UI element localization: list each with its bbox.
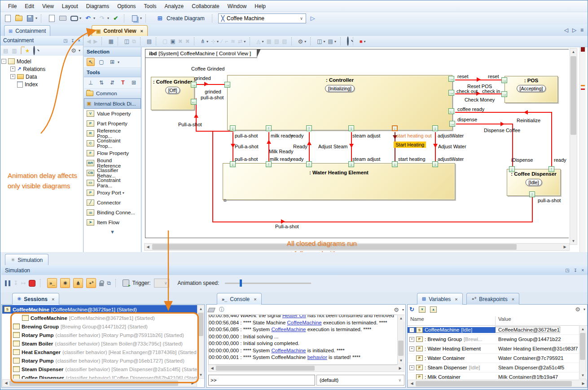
scroll-right-icon[interactable]: ▶ (580, 380, 587, 387)
scroll-up-icon[interactable]: ▲ (197, 306, 204, 312)
animation-toggle-button[interactable]: ✳ (60, 278, 70, 288)
diagram-port[interactable] (224, 82, 230, 88)
menu-item[interactable]: File (4, 2, 21, 10)
tree-item[interactable]: + Data (10, 73, 82, 80)
variable-row[interactable]: P: Water Container Water Container@7c795… (408, 354, 579, 363)
gear-dropdown[interactable]: ▾ (584, 307, 585, 311)
tab-control-view[interactable]: ▣Control View× (92, 25, 148, 36)
scrollbar-thumb[interactable] (198, 313, 203, 336)
info-icon[interactable]: ⓘ (219, 306, 224, 314)
gear-dropdown[interactable]: ▾ (79, 49, 80, 53)
session-row[interactable]: Heat Exchanger(classifier behavior) [Hea… (11, 348, 197, 356)
session-row[interactable]: Brewing Group [Brewing Group@14471b22] (… (11, 322, 197, 331)
delete-view-icon[interactable]: ✖ (185, 38, 190, 44)
variable-row[interactable]: +P: Brewing Group[Brewi... Brewing Group… (408, 335, 579, 344)
copy-icon[interactable]: ▢ (162, 38, 167, 44)
block-controller[interactable]: : Controller [Initializing] (227, 75, 452, 130)
close-icon[interactable]: × (254, 297, 256, 302)
diagram-port[interactable] (392, 125, 398, 131)
scroll-left-icon[interactable]: ◀ (209, 365, 215, 372)
common-group[interactable]: Common (84, 89, 141, 98)
step-into-button[interactable]: ↧ (13, 280, 18, 286)
session-row[interactable]: Steam Boiler(classifier behavior) [Steam… (11, 339, 197, 348)
session-row[interactable]: Steam Dispenser(classifier behavior) [St… (11, 365, 197, 373)
scroll-up-icon[interactable]: ▲ (579, 326, 586, 332)
sticky-tool-icon[interactable]: ⊥ (87, 79, 95, 87)
options-list-icon[interactable]: ▤ (328, 38, 333, 44)
vertical-spread-icon[interactable]: ⇅ (97, 79, 105, 87)
save-icon[interactable] (26, 14, 35, 23)
diagram-port[interactable] (501, 91, 507, 97)
session-row[interactable]: Rotary Pump(classifier behavior) [Rotary… (11, 356, 197, 365)
scroll-right-icon[interactable]: ▶ (562, 244, 568, 250)
print-icon[interactable] (47, 14, 56, 23)
close-icon[interactable]: × (52, 297, 54, 302)
diagram-port[interactable] (348, 125, 354, 131)
breakpoints-toggle-button[interactable]: ∘° (86, 278, 96, 288)
palette-item[interactable]: ⚌ Binding Conne... (84, 208, 141, 217)
diagram-port[interactable] (266, 161, 272, 167)
session-row[interactable]: CoffeeMachine [CoffeeMachine@3672fae1] (… (20, 314, 197, 322)
diagram-port[interactable] (448, 108, 454, 114)
collapse-tree-icon[interactable]: ▤ (3, 48, 8, 54)
layout-icon[interactable]: ⋔ (201, 38, 205, 44)
palette-item[interactable]: ➤ Item Flow (84, 217, 141, 227)
close-icon[interactable]: × (512, 297, 514, 302)
swap-icon[interactable]: ⇄ (238, 38, 242, 44)
pause-button[interactable] (5, 280, 10, 286)
record-icon[interactable]: ■ (360, 39, 363, 44)
sessions-list[interactable]: S CoffeeMachine [CoffeeMachine@3672fae1]… (2, 305, 197, 379)
diagram-port[interactable] (348, 161, 354, 167)
scroll-right-icon[interactable]: ▶ (397, 365, 404, 372)
scroll-down-icon[interactable]: ▼ (570, 238, 577, 244)
console-link[interactable]: Heater Off (282, 315, 306, 318)
image-icon[interactable]: ▩ (266, 38, 271, 44)
favorites-icon[interactable]: ★ (25, 48, 30, 54)
shape-icon[interactable]: ◬ (256, 38, 260, 44)
diagram-port[interactable] (449, 121, 455, 127)
redo-icon[interactable]: ↷ (97, 14, 106, 23)
palette-item[interactable]: F Flow Property (84, 148, 141, 158)
tree-item[interactable]: + ↗ Relations (10, 65, 82, 73)
print-preview-icon[interactable] (58, 14, 67, 23)
tab-simulation[interactable]: ✳Simulation (5, 254, 48, 266)
terminate-button[interactable] (29, 280, 35, 287)
console-log[interactable]: 00:00:55,440 WARN: the signal Heater Off… (208, 315, 398, 365)
delete-icon[interactable]: ✖ (178, 38, 183, 44)
palette-item[interactable]: BR Bound Reference (84, 158, 141, 168)
diagram-port[interactable] (501, 77, 507, 83)
tab-console[interactable]: »_Console× (217, 293, 262, 305)
tab-containment[interactable]: ⊞Containment (4, 25, 50, 36)
tree-item[interactable]: - Model (1, 58, 82, 65)
variable-row[interactable]: +P: Water Heating Element Water Heating … (408, 344, 579, 354)
scroll-left-icon[interactable]: ◀ (3, 380, 9, 386)
scroll-right-icon[interactable]: ▶ (189, 380, 196, 386)
console-profile-combobox[interactable]: (default)∨ (316, 375, 404, 386)
session-row[interactable]: S CoffeeMachine [CoffeeMachine@3672fae1]… (2, 305, 197, 314)
oblique-line-icon[interactable]: ≋ (231, 38, 235, 44)
menu-item[interactable]: Tools (140, 2, 161, 10)
validate-icon[interactable]: ▤ (147, 38, 152, 44)
palette-item[interactable]: CB Classifier Behav... (84, 168, 141, 178)
menu-item[interactable]: Analyze (161, 2, 188, 10)
tab-scroll-right-icon[interactable]: ▷ (572, 27, 576, 33)
float-icon[interactable]: ◳ (565, 268, 569, 273)
run-icon[interactable]: ▷ (308, 14, 317, 23)
expand-all-icon[interactable]: ▾ (419, 306, 426, 313)
layer-icon[interactable]: ▧ (274, 38, 279, 44)
variable-row[interactable]: -SCoffeeMachine[Idle] CoffeeMachine@3672… (408, 325, 579, 335)
diagram-port[interactable] (266, 125, 272, 131)
tab-list-icon[interactable]: ≡ (580, 27, 584, 33)
scope-combobox[interactable]: ╳Coffee Machine∨ (218, 13, 306, 23)
internal-block-group[interactable]: ▣Internal Block Di... (84, 98, 141, 109)
console-input[interactable] (208, 375, 315, 386)
menu-item[interactable]: Layout (58, 2, 82, 10)
palette-more-icon[interactable]: ▼ (84, 229, 141, 235)
create-diagram-button[interactable]: ⊞Create Diagram (152, 13, 208, 24)
variable-row[interactable]: P: Milk Container Milk Container@1fb19a4… (408, 372, 579, 379)
variables-table[interactable]: -SCoffeeMachine[Idle] CoffeeMachine@3672… (408, 325, 579, 379)
gear-dropdown[interactable]: ▾ (402, 308, 404, 312)
block-coffee-grinder[interactable]: : Coffee Grinder [Off] (151, 77, 194, 110)
diagram-port[interactable] (509, 166, 515, 172)
collapse-all-icon[interactable]: ▥ (12, 48, 17, 54)
